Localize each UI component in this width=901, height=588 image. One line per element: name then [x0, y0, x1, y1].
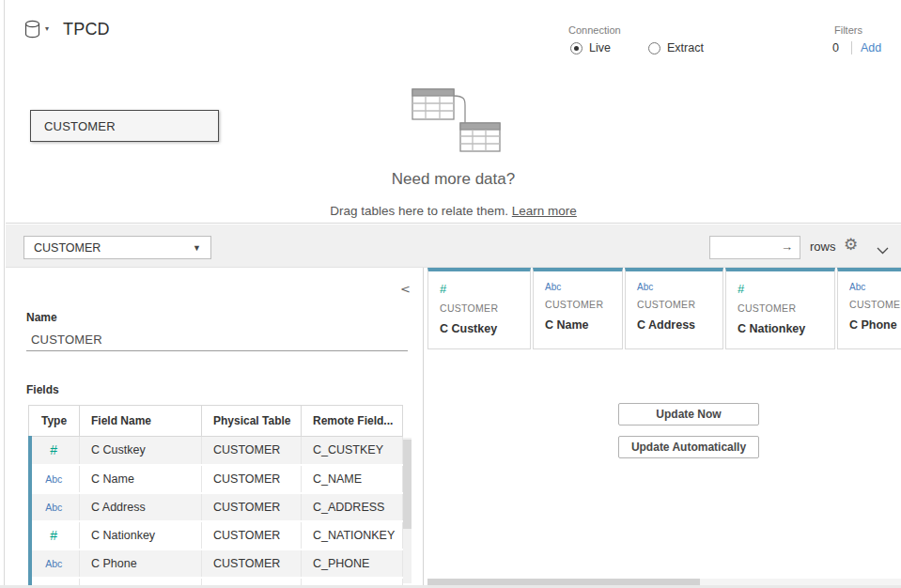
data-preview-grid: #CUSTOMERC CustkeyAbcCUSTOMERC NameAbcCU…: [425, 268, 901, 588]
connection-label: Connection: [568, 24, 621, 36]
physical-table-cell: CUSTOMER: [202, 437, 302, 465]
physical-table-cell: CUSTOMER: [202, 465, 302, 493]
filters-count: 0: [832, 41, 839, 54]
grid-column-header[interactable]: AbcCUSTOMERC Phone: [837, 268, 901, 349]
fields-table-selection-strip: [28, 436, 32, 588]
numeric-type-icon: #: [50, 528, 57, 543]
fields-col-header[interactable]: Remote Field...: [302, 406, 403, 437]
string-type-icon: Abc: [45, 558, 62, 569]
string-type-icon: Abc: [45, 502, 62, 513]
update-automatically-button[interactable]: Update Automatically: [618, 436, 759, 458]
logical-canvas: ▾ TPCD Connection Live Extract Filters 0…: [6, 0, 901, 224]
remote-field-cell: C_NAME: [302, 465, 403, 493]
remote-field-cell: C_PHONE: [302, 549, 403, 578]
name-input-underline: [26, 350, 408, 351]
grid-horizontal-scrollbar[interactable]: [427, 579, 901, 585]
fields-col-header[interactable]: Field Name: [80, 406, 202, 437]
rows-count-input[interactable]: →: [709, 236, 800, 259]
fields-table-scrollbar-thumb[interactable]: [403, 440, 412, 529]
grid-column-table-label: CUSTOMER: [440, 302, 530, 314]
physical-table-cell: CUSTOMER: [202, 521, 302, 549]
grid-horizontal-scrollbar-thumb[interactable]: [427, 579, 700, 585]
numeric-type-icon: #: [738, 282, 834, 296]
grid-column-field-label: C Custkey: [440, 322, 530, 335]
settings-gear-icon[interactable]: ⚙: [844, 235, 858, 255]
string-type-icon: Abc: [545, 282, 622, 292]
empty-state-hint: Drag tables here to relate them. Learn m…: [6, 204, 901, 218]
apply-rows-arrow-icon[interactable]: →: [781, 240, 793, 254]
fields-table-row[interactable]: AbcC AddressCUSTOMERC_ADDRESS: [29, 493, 403, 521]
fields-table-row[interactable]: AbcC PhoneCUSTOMERC_PHONE: [29, 549, 403, 578]
field-name-cell: C Name: [80, 465, 202, 493]
radio-extract[interactable]: Extract: [648, 41, 704, 54]
string-type-icon: Abc: [849, 282, 901, 292]
filters-divider: [851, 41, 852, 54]
radio-live[interactable]: Live: [570, 41, 611, 54]
database-menu-caret[interactable]: ▾: [45, 24, 49, 33]
physical-table-cell: CUSTOMER: [202, 549, 302, 578]
add-filter-link[interactable]: Add: [861, 41, 881, 54]
fields-label: Fields: [26, 383, 59, 396]
grid-column-table-label: CUSTOMER: [849, 299, 901, 310]
fields-table-row[interactable]: #C CustkeyCUSTOMERC_CUSTKEY: [29, 437, 403, 465]
filters-label: Filters: [834, 24, 862, 36]
learn-more-link[interactable]: Learn more: [512, 204, 577, 218]
table-details-panel: < Name CUSTOMER Fields TypeField NamePhy…: [6, 268, 424, 588]
grid-column-table-label: CUSTOMER: [738, 302, 834, 314]
fields-table-row[interactable]: AbcC NameCUSTOMERC_NAME: [29, 465, 403, 493]
remote-field-cell: C_CUSTKEY: [302, 437, 403, 465]
field-name-cell: C Phone: [80, 549, 202, 578]
table-toolbar: CUSTOMER ▼ → rows ⚙: [6, 224, 901, 268]
grid-column-field-label: C Name: [545, 318, 622, 332]
remote-field-cell: C_ADDRESS: [302, 493, 403, 521]
fields-table-row[interactable]: #C NationkeyCUSTOMERC_NATIONKEY: [29, 521, 403, 549]
datasource-title[interactable]: TPCD: [63, 20, 110, 39]
numeric-type-icon: #: [440, 282, 530, 296]
grid-column-field-label: C Nationkey: [738, 322, 834, 335]
empty-state-title: Need more data?: [6, 170, 901, 189]
numeric-type-icon: #: [50, 442, 57, 457]
radio-extract-circle[interactable]: [648, 42, 660, 54]
left-pane-edge[interactable]: [0, 0, 5, 588]
logical-table-customer[interactable]: CUSTOMER: [30, 110, 219, 142]
grid-column-header[interactable]: #CUSTOMERC Custkey: [427, 268, 531, 349]
collapse-panel-icon[interactable]: <: [400, 282, 411, 296]
grid-column-field-label: C Address: [637, 318, 722, 332]
name-input[interactable]: CUSTOMER: [31, 333, 102, 347]
update-now-button[interactable]: Update Now: [618, 403, 759, 426]
field-name-cell: C Nationkey: [80, 521, 202, 549]
field-name-cell: C Address: [80, 493, 202, 521]
fields-table-scrollbar[interactable]: [403, 438, 412, 583]
remote-field-cell: C_NATIONKEY: [302, 521, 403, 549]
string-type-icon: Abc: [45, 473, 62, 485]
grid-column-field-label: C Phone: [849, 318, 901, 332]
fields-col-header[interactable]: Physical Table: [202, 406, 302, 437]
database-icon[interactable]: [24, 20, 40, 43]
string-type-icon: Abc: [637, 282, 722, 292]
table-selector-dropdown[interactable]: CUSTOMER ▼: [23, 236, 211, 259]
grid-column-table-label: CUSTOMER: [637, 299, 722, 310]
grid-column-table-label: CUSTOMER: [545, 299, 622, 310]
fields-col-header[interactable]: Type: [29, 406, 80, 437]
rows-label: rows: [810, 240, 835, 254]
field-name-cell: C Custkey: [80, 437, 202, 465]
chevron-down-icon[interactable]: [877, 241, 889, 258]
fields-table: TypeField NamePhysical TableRemote Field…: [28, 405, 403, 588]
grid-column-header[interactable]: AbcCUSTOMERC Address: [625, 268, 723, 349]
dropdown-caret-icon: ▼: [193, 243, 201, 253]
name-label: Name: [26, 311, 57, 324]
physical-table-cell: CUSTOMER: [202, 493, 302, 521]
relate-tables-illustration: [412, 88, 505, 160]
radio-live-circle[interactable]: [570, 42, 583, 54]
grid-column-header[interactable]: AbcCUSTOMERC Name: [533, 268, 623, 349]
grid-column-header[interactable]: #CUSTOMERC Nationkey: [725, 268, 835, 349]
